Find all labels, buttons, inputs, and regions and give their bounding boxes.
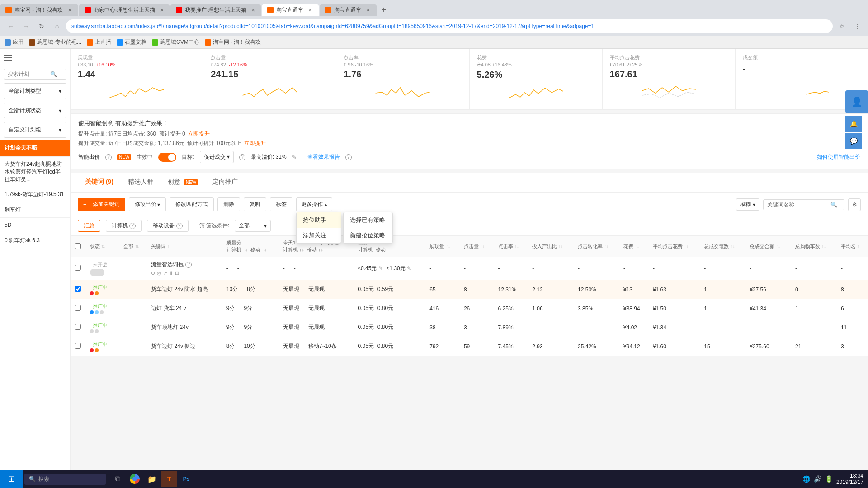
kw-icon-1e[interactable]: ⊞ <box>175 270 179 276</box>
tab-3[interactable]: 我要推广-理想生活上天猫 ✕ <box>170 4 261 16</box>
sidebar-sub-item-4[interactable]: 0 刹车灯sk 6.3 <box>0 233 70 248</box>
sidebar-sub-item-0[interactable]: 大货车灯24v超亮照地防水轮廓灯轻汽车灯led半挂车灯类... <box>0 156 70 187</box>
kw-icon-1a[interactable]: ⊙ <box>151 270 155 276</box>
kw-icon-1d[interactable]: ⬆ <box>169 270 173 276</box>
report-info-icon[interactable]: ? <box>345 154 352 160</box>
row-toggle-1[interactable] <box>90 269 104 276</box>
edit-bid-mobile-1[interactable]: ✎ <box>407 265 411 272</box>
taskbar-app-1[interactable]: T <box>161 471 177 487</box>
sidebar-custom-group-dropdown[interactable]: 自定义计划组 ▾ <box>4 122 66 138</box>
notification-float-btn[interactable]: 🔔 <box>845 116 862 132</box>
boost-sales-link[interactable]: 立即提升 <box>244 140 266 146</box>
bookmark-1[interactable]: 蔦恩域-专业的毛... <box>29 38 81 46</box>
settings-icon[interactable]: ⋮ <box>851 20 863 33</box>
tab-1[interactable]: 淘宝网 - 淘！我喜欢 ✕ <box>0 4 78 16</box>
taskbar-app-file[interactable]: 📁 <box>144 471 160 487</box>
boost-click-link[interactable]: 立即提升 <box>188 131 210 137</box>
sidebar-sub-item-1[interactable]: 1.79sk-货车边灯-19.5.31 <box>0 187 70 202</box>
bookmark-icon[interactable]: ☆ <box>835 20 848 33</box>
sidebar-menu-button[interactable] <box>4 52 14 63</box>
taskbar-app-chrome[interactable] <box>127 471 143 487</box>
add-focus-item[interactable]: 添加关注 <box>297 228 341 243</box>
copy-button[interactable]: 复制 <box>244 197 266 211</box>
new-strategy-item[interactable]: 新建抢位策略 <box>344 228 392 243</box>
forward-button[interactable]: → <box>20 20 33 33</box>
customer-service-btn[interactable]: 👤 <box>845 90 868 113</box>
keyword-info-icon-1[interactable]: ? <box>185 262 192 268</box>
row-checkbox-2[interactable] <box>75 286 81 292</box>
battery-icon[interactable]: 🔋 <box>825 475 833 483</box>
keyword-search-input[interactable] <box>767 202 830 208</box>
row-checkbox-1[interactable] <box>75 265 81 271</box>
filter-tab-mobile[interactable]: 移动设备 ? <box>147 220 188 232</box>
label-button[interactable]: 标签 <box>270 197 292 211</box>
keyword-display-dropdown[interactable]: 模糊 ▾ <box>736 198 760 211</box>
edit-max-price-icon[interactable]: ✎ <box>292 154 297 160</box>
keyword-search-box[interactable]: 🔍 <box>763 199 844 210</box>
taskbar-app-2[interactable]: Ps <box>178 471 194 487</box>
pc-info-icon[interactable]: ? <box>129 223 136 229</box>
bookmark-4[interactable]: 蔦恩域CVM中心 <box>152 38 199 46</box>
message-float-btn[interactable]: 💬 <box>845 133 862 149</box>
select-all-checkbox[interactable] <box>75 243 81 249</box>
select-existing-strategy-item[interactable]: 选择已有策略 <box>344 212 392 228</box>
network-icon[interactable]: 🌐 <box>802 475 810 483</box>
delete-button[interactable]: 删除 <box>217 197 240 211</box>
column-settings-icon[interactable]: ⚙ <box>848 198 861 211</box>
bookmark-5[interactable]: 淘宝网 - 淘！我喜欢 <box>205 38 261 46</box>
how-to-use-link[interactable]: 如何使用智能出价 <box>817 153 860 161</box>
sidebar-plan-type-dropdown[interactable]: 全部计划类型 ▾ <box>4 83 66 99</box>
kw-icon-1c[interactable]: ↗ <box>163 270 167 276</box>
qiang-wei-item[interactable]: 抢位助手 <box>297 212 341 228</box>
kw-icon-1b[interactable]: ◎ <box>157 270 161 276</box>
tab-2[interactable]: 商家中心-理想生活上天猫 ✕ <box>79 4 170 16</box>
tab-audience[interactable]: 精选人群 <box>121 173 160 192</box>
keyword-search-icon[interactable]: 🔍 <box>830 202 837 208</box>
edit-bid-pc-1[interactable]: ✎ <box>378 265 383 272</box>
tab-close-1[interactable]: ✕ <box>66 7 73 13</box>
row-checkbox-3[interactable] <box>75 305 81 311</box>
tab-keyword[interactable]: 关键词 (9) <box>78 173 121 192</box>
row-checkbox-4[interactable] <box>75 324 81 330</box>
reload-button[interactable]: ↻ <box>35 20 48 33</box>
tab-creative[interactable]: 创意 NEW <box>160 173 205 192</box>
tab-close-4[interactable]: ✕ <box>307 7 313 13</box>
bookmark-apps[interactable]: 应用 <box>5 38 24 46</box>
taskbar-search[interactable]: 🔍 搜索 <box>24 474 106 485</box>
smart-target-select[interactable]: 促进成交 ▾ <box>200 151 234 163</box>
tab-close-2[interactable]: ✕ <box>159 7 165 13</box>
modify-bid-button[interactable]: 修改出价 ▾ <box>129 197 166 211</box>
filter-tab-pc[interactable]: 计算机 ? <box>106 220 142 232</box>
sidebar-search-input[interactable] <box>8 71 48 77</box>
filter-status-select[interactable]: 全部 ▾ <box>235 220 271 232</box>
sidebar-search-box[interactable]: 🔍 <box>4 69 66 80</box>
add-keyword-button[interactable]: + + 添加关键词 <box>78 198 125 211</box>
tab-5[interactable]: 淘宝直通车 ✕ <box>320 4 377 16</box>
tab-close-3[interactable]: ✕ <box>250 7 256 13</box>
new-tab-button[interactable]: + <box>377 4 390 16</box>
smart-price-info-icon[interactable]: ? <box>105 154 112 160</box>
bookmark-3[interactable]: 石墨文档 <box>117 38 146 46</box>
sidebar-active-plan[interactable]: 计划全天不赔 <box>0 140 70 156</box>
sidebar-plan-status-dropdown[interactable]: 全部计划状态 ▾ <box>4 103 66 118</box>
windows-start-button[interactable]: ⊞ <box>0 470 23 488</box>
bookmark-2[interactable]: 上直播 <box>87 38 111 46</box>
filter-tab-summary[interactable]: 汇总 <box>78 220 100 232</box>
sidebar-sub-item-3[interactable]: 5D <box>0 217 70 233</box>
volume-icon[interactable]: 🔊 <box>814 475 821 483</box>
home-button[interactable]: ⌂ <box>51 20 63 33</box>
sidebar-sub-item-2[interactable]: 刹车灯 <box>0 202 70 217</box>
row-checkbox-5[interactable] <box>75 343 81 349</box>
back-button[interactable]: ← <box>5 20 17 33</box>
address-input[interactable] <box>66 19 833 33</box>
tab-targeting[interactable]: 定向推广 <box>205 173 245 192</box>
more-ops-button[interactable]: 更多操作 ▴ <box>296 197 332 211</box>
view-report-link[interactable]: 查看效果报告 <box>307 153 340 161</box>
tab-4[interactable]: 淘宝直通车 ✕ <box>262 4 319 16</box>
tab-close-5[interactable]: ✕ <box>365 7 371 13</box>
taskbar-app-task-view[interactable]: ⧉ <box>109 471 126 487</box>
target-info-icon[interactable]: ? <box>239 154 245 160</box>
modify-match-button[interactable]: 修改匹配方式 <box>170 197 214 211</box>
mobile-info-icon[interactable]: ? <box>176 223 183 229</box>
smart-toggle[interactable] <box>158 153 176 162</box>
